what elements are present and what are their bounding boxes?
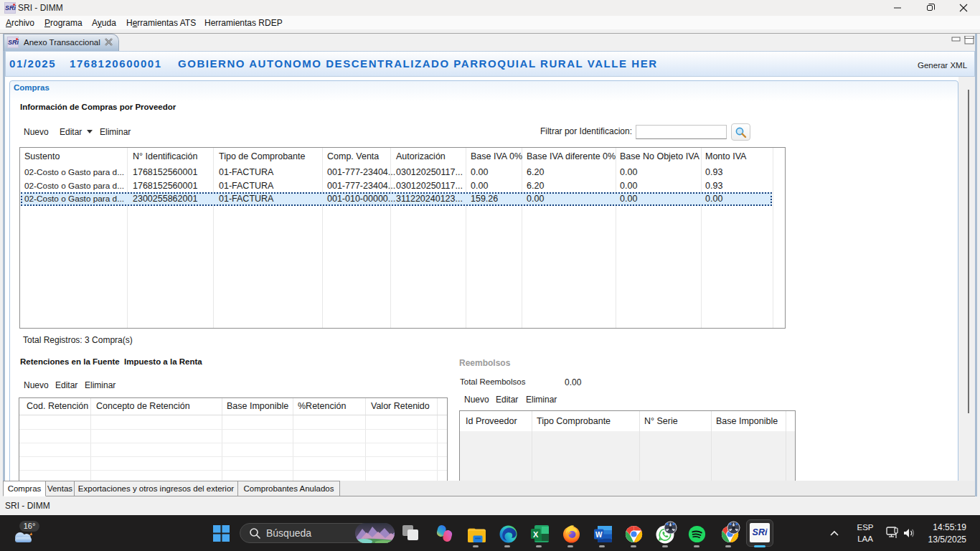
svg-text:X: X: [533, 530, 539, 539]
svg-text:W: W: [595, 531, 603, 539]
